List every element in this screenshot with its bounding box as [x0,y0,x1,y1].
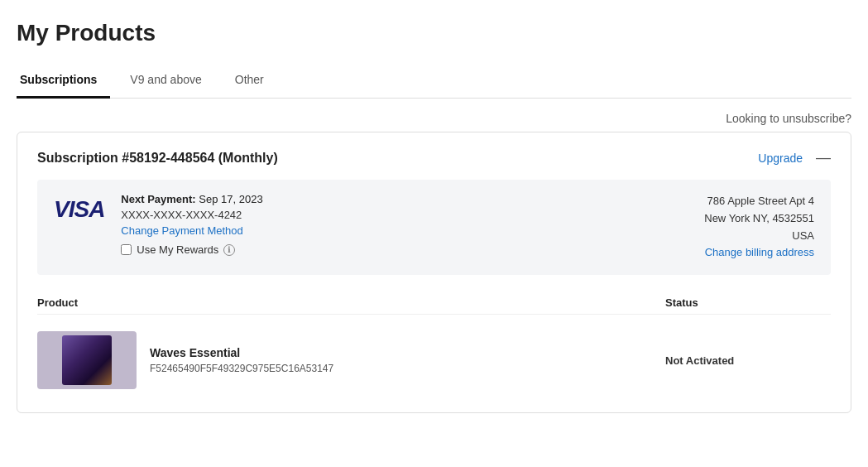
tab-subscriptions[interactable]: Subscriptions [17,66,110,99]
info-icon[interactable]: ℹ [223,244,235,256]
address-line2: New York NY, 4532551 [704,210,814,228]
next-payment-label: Next Payment: [121,193,195,205]
change-billing-link[interactable]: Change billing address [705,246,814,258]
next-payment-date: Sep 17, 2023 [199,193,262,205]
unsubscribe-row: Looking to unsubscribe? [17,112,851,125]
product-table-header: Product Status [37,291,831,315]
unsubscribe-text: Looking to unsubscribe? [726,112,851,125]
product-name: Waves Essential [150,346,333,359]
billing-address: 786 Apple Street Apt 4 New York NY, 4532… [704,193,814,262]
rewards-label: Use My Rewards [137,243,218,256]
payment-details: Next Payment: Sep 17, 2023 XXXX-XXXX-XXX… [121,193,262,256]
upgrade-link[interactable]: Upgrade [758,152,803,165]
collapse-dash[interactable]: — [816,149,831,166]
subscription-header-actions: Upgrade — [758,149,831,166]
product-status: Not Activated [665,354,831,367]
col-status-header: Status [665,296,831,309]
product-table: Product Status Waves Essential F52465490… [37,291,831,396]
table-row: Waves Essential F52465490F5F49329C975E5C… [37,325,831,396]
product-thumb-image [62,335,112,385]
visa-logo: VISA [54,196,104,223]
address-line1: 786 Apple Street Apt 4 [704,193,814,210]
page-title: My Products [17,20,851,46]
product-key: F52465490F5F49329C975E5C16A53147 [150,363,333,374]
next-payment-text: Next Payment: Sep 17, 2023 [121,193,262,205]
col-product-header: Product [37,296,665,309]
subscription-header: Subscription #58192-448564 (Monthly) Upg… [37,149,831,166]
page-container: My Products Subscriptions V9 and above O… [0,0,868,433]
tab-other[interactable]: Other [232,66,277,99]
address-line3: USA [704,228,814,245]
product-thumbnail [37,331,137,389]
product-text: Waves Essential F52465490F5F49329C975E5C… [150,346,333,374]
rewards-row: Use My Rewards ℹ [121,243,262,256]
card-number: XXXX-XXXX-XXXX-4242 [121,209,262,221]
rewards-checkbox[interactable] [121,244,132,255]
change-payment-link[interactable]: Change Payment Method [121,224,262,237]
product-info: Waves Essential F52465490F5F49329C975E5C… [37,331,665,389]
tabs-bar: Subscriptions V9 and above Other [17,66,851,99]
subscription-title: Subscription #58192-448564 (Monthly) [37,151,278,166]
subscription-card: Subscription #58192-448564 (Monthly) Upg… [17,132,851,413]
tab-v9-above[interactable]: V9 and above [127,66,214,99]
payment-section: VISA Next Payment: Sep 17, 2023 XXXX-XXX… [37,180,831,275]
payment-left: VISA Next Payment: Sep 17, 2023 XXXX-XXX… [54,193,263,256]
